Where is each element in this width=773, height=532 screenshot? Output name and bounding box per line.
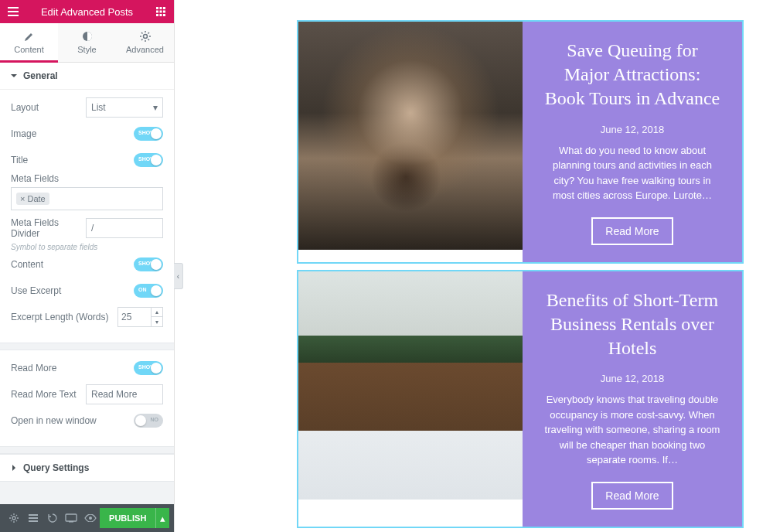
svg-rect-8 <box>163 14 165 16</box>
panel-title: Edit Advanced Posts <box>26 6 148 18</box>
title-toggle[interactable]: SHOW <box>134 153 163 167</box>
post-excerpt: What do you need to know about planning … <box>544 143 720 203</box>
panel-footer: PUBLISH ▴ <box>0 504 174 532</box>
post-date: June 12, 2018 <box>601 124 664 135</box>
section-query[interactable]: Query Settings <box>0 454 174 482</box>
tab-content-label: Content <box>14 45 44 54</box>
opennew-label: Open in new window <box>11 415 134 426</box>
metadivider-help: Symbol to separate fields <box>11 243 163 251</box>
panel-header: Edit Advanced Posts <box>0 0 174 23</box>
controls-2: Read More SHOW Read More Text Open in ne… <box>0 350 174 442</box>
svg-rect-12 <box>66 514 77 521</box>
svg-point-11 <box>12 517 15 520</box>
history-icon[interactable] <box>43 504 62 532</box>
tab-advanced[interactable]: Advanced <box>116 23 174 62</box>
readmoretext-label: Read More Text <box>11 389 86 400</box>
post-title[interactable]: Save Queuing for Major Attractions: Book… <box>544 39 720 111</box>
section-general[interactable]: General <box>0 63 174 90</box>
editor-tabs: Content Style Advanced <box>0 23 174 63</box>
svg-rect-13 <box>69 521 73 523</box>
editor-panel: Edit Advanced Posts Content Style Advanc… <box>0 0 175 532</box>
layout-label: Layout <box>11 102 86 113</box>
readmore-toggle[interactable]: SHOW <box>134 361 163 375</box>
post-card: Save Queuing for Major Attractions: Book… <box>298 22 742 262</box>
svg-rect-7 <box>160 14 162 16</box>
title-label: Title <box>11 155 134 165</box>
divider <box>0 343 174 350</box>
read-more-button[interactable]: Read More <box>591 482 673 510</box>
post-image[interactable] <box>298 22 523 250</box>
panel-spacer <box>0 482 174 504</box>
settings-icon[interactable] <box>5 504 24 532</box>
svg-rect-5 <box>163 11 165 13</box>
divider <box>0 446 174 454</box>
svg-rect-0 <box>156 7 158 9</box>
post-title[interactable]: Benefits of Short-Term Business Rentals … <box>544 288 720 361</box>
metadivider-label: Meta Fields Divider <box>11 217 86 239</box>
image-label: Image <box>11 128 134 139</box>
svg-point-10 <box>143 35 147 39</box>
responsive-icon[interactable] <box>62 504 81 532</box>
menu-icon[interactable] <box>0 0 26 23</box>
content-label: Content <box>11 259 134 270</box>
svg-rect-2 <box>163 7 165 9</box>
metafields-input[interactable]: ×Date <box>11 187 163 210</box>
layout-value: List <box>91 102 106 113</box>
readmoretext-input[interactable] <box>86 384 163 404</box>
useexcerpt-label: Use Excerpt <box>11 285 134 296</box>
navigator-icon[interactable] <box>24 504 43 532</box>
stepper-up[interactable]: ▴ <box>152 308 162 317</box>
apps-icon[interactable] <box>148 0 174 23</box>
chevron-down-icon: ▾ <box>153 102 158 113</box>
svg-rect-4 <box>160 11 162 13</box>
tab-content[interactable]: Content <box>0 23 58 63</box>
post-date: June 12, 2018 <box>601 373 664 384</box>
layout-select[interactable]: List ▾ <box>86 97 163 118</box>
section-query-label: Query Settings <box>23 462 89 473</box>
close-icon[interactable]: × <box>20 194 25 203</box>
content-toggle[interactable]: SHOW <box>134 257 163 271</box>
publish-dropdown[interactable]: ▴ <box>155 508 169 528</box>
image-toggle[interactable]: SHOW <box>134 127 163 141</box>
post-excerpt: Everybody knows that traveling double oc… <box>544 392 720 468</box>
readmore-label: Read More <box>11 363 134 373</box>
post-card: Benefits of Short-Term Business Rentals … <box>298 271 742 527</box>
preview-icon[interactable] <box>80 504 100 532</box>
tab-style-label: Style <box>77 45 96 54</box>
opennew-toggle[interactable]: NO <box>134 414 163 428</box>
post-body: Save Queuing for Major Attractions: Book… <box>523 22 742 262</box>
useexcerpt-toggle[interactable]: ON <box>134 284 163 298</box>
svg-rect-6 <box>156 14 158 16</box>
svg-point-14 <box>89 517 92 520</box>
collapse-panel-handle[interactable]: ‹ <box>174 263 183 289</box>
read-more-button[interactable]: Read More <box>591 217 673 245</box>
excerptlen-stepper[interactable]: 25 ▴▾ <box>117 307 163 327</box>
metafields-chip[interactable]: ×Date <box>16 193 49 205</box>
metafields-label: Meta Fields <box>11 173 59 184</box>
preview-area: Save Queuing for Major Attractions: Book… <box>175 0 773 532</box>
section-general-label: General <box>23 70 58 81</box>
post-image[interactable] <box>298 271 523 500</box>
tab-style[interactable]: Style <box>58 23 116 62</box>
tab-advanced-label: Advanced <box>126 45 164 54</box>
stepper-down[interactable]: ▾ <box>152 317 162 326</box>
publish-button[interactable]: PUBLISH <box>100 508 155 528</box>
svg-rect-1 <box>160 7 162 9</box>
metadivider-input[interactable] <box>86 218 163 238</box>
excerptlen-label: Excerpt Length (Words) <box>11 312 117 322</box>
post-body: Benefits of Short-Term Business Rentals … <box>523 271 742 527</box>
svg-rect-3 <box>156 11 158 13</box>
controls: Layout List ▾ Image SHOW Title SHOW Meta… <box>0 90 174 338</box>
